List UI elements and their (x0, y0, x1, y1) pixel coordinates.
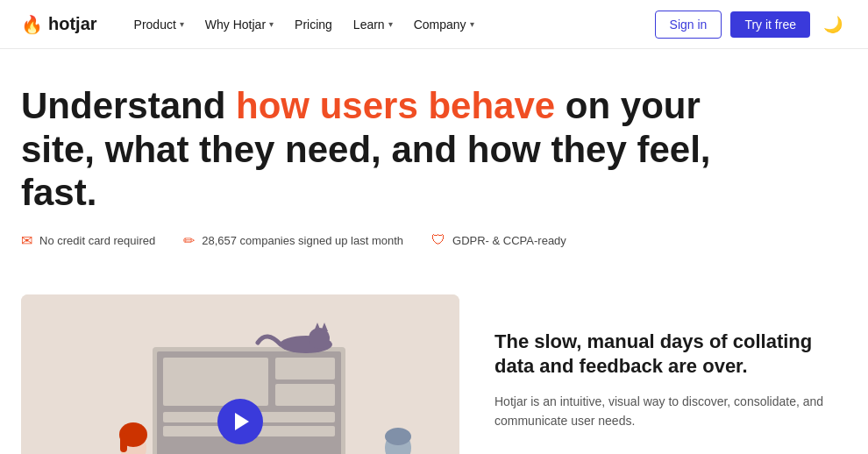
badge-companies: ✏ 28,657 companies signed up last month (183, 232, 403, 249)
side-content: The slow, manual days of collating data … (494, 294, 847, 454)
logo-flame-icon: 🔥 (21, 14, 43, 35)
nav-product[interactable]: Product ▾ (125, 12, 193, 37)
hero-title: Understand how users behave on your site… (21, 84, 740, 215)
play-button[interactable] (217, 399, 263, 444)
chevron-down-icon: ▾ (388, 19, 393, 29)
nav-company[interactable]: Company ▾ (405, 12, 483, 37)
svg-rect-16 (120, 433, 127, 452)
navbar: 🔥 hotjar Product ▾ Why Hotjar ▾ Pricing … (0, 0, 868, 49)
credit-card-icon: ✉ (21, 232, 32, 249)
svg-rect-4 (275, 358, 335, 380)
badge-gdpr: 🛡 GDPR- & CCPA-ready (431, 232, 566, 248)
svg-point-30 (385, 428, 411, 445)
sign-in-button[interactable]: Sign in (655, 11, 722, 39)
hero-section: Understand how users behave on your site… (0, 49, 868, 294)
nav-links: Product ▾ Why Hotjar ▾ Pricing Learn ▾ C… (125, 12, 655, 37)
nav-pricing[interactable]: Pricing (286, 12, 341, 37)
side-title: The slow, manual days of collating data … (494, 330, 847, 380)
play-icon (235, 413, 249, 430)
pencil-icon: ✏ (183, 232, 195, 249)
nav-why-hotjar[interactable]: Why Hotjar ▾ (196, 12, 282, 37)
hero-badges: ✉ No credit card required ✏ 28,657 compa… (21, 232, 847, 249)
nav-actions: Sign in Try it free 🌙 (655, 11, 847, 39)
logo-link[interactable]: 🔥 hotjar (21, 14, 97, 35)
logo-text: hotjar (48, 14, 97, 34)
nav-learn[interactable]: Learn ▾ (345, 12, 402, 37)
chevron-down-icon: ▾ (180, 19, 184, 29)
video-container[interactable] (21, 294, 459, 454)
side-description: Hotjar is an intuitive, visual way to di… (494, 392, 847, 431)
svg-rect-3 (163, 358, 268, 406)
main-content: The slow, manual days of collating data … (0, 294, 868, 454)
chevron-down-icon: ▾ (470, 19, 474, 29)
svg-rect-5 (275, 384, 335, 406)
try-it-free-button[interactable]: Try it free (730, 11, 810, 38)
shield-icon: 🛡 (431, 232, 445, 248)
chevron-down-icon: ▾ (269, 19, 274, 29)
dark-mode-button[interactable]: 🌙 (819, 11, 847, 39)
badge-no-credit-card: ✉ No credit card required (21, 232, 155, 249)
